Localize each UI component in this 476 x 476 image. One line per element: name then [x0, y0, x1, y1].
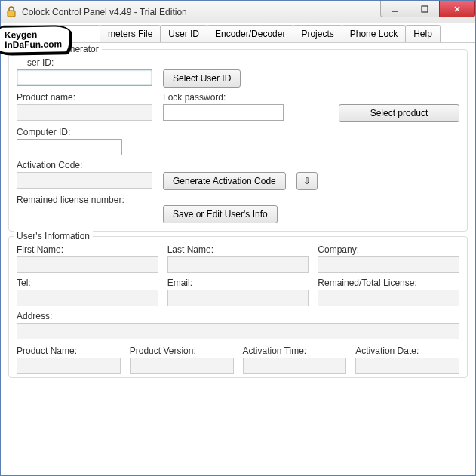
first-name-input [17, 256, 158, 273]
app-icon [5, 6, 17, 18]
tab-projects[interactable]: Projects [293, 25, 342, 42]
titlebar[interactable]: Colock Control Panel v4.49 - Trial Editi… [1, 1, 475, 23]
first-name-label: First Name: [17, 244, 158, 255]
save-edit-user-info-button[interactable]: Save or Edit User's Info [163, 205, 278, 223]
chevron-down-icon: ⇩ [303, 176, 311, 186]
email-input [167, 290, 309, 306]
maximize-button[interactable] [410, 1, 440, 17]
tab-phone-lock[interactable]: Phone Lock [342, 25, 406, 42]
activation-date-label: Activation Date: [355, 345, 459, 356]
product-version-label: Product Version: [130, 345, 234, 356]
product-name-label: Product name: [17, 92, 152, 103]
activation-time-input [243, 358, 347, 374]
client-area: A enerator ser ID: Select User ID Produc… [1, 43, 475, 475]
email-label: Email: [167, 278, 309, 288]
lock-password-input[interactable] [163, 104, 284, 121]
dropdown-arrow-button[interactable]: ⇩ [296, 172, 318, 190]
tab-user-id[interactable]: User ID [160, 25, 207, 42]
remained-license-label: Remained license number: [17, 195, 152, 205]
computer-id-input[interactable] [17, 139, 122, 155]
window-title: Colock Control Panel v4.49 - Trial Editi… [22, 7, 381, 17]
tabstrip: C meters File User ID Encoder/Decoder Pr… [1, 23, 475, 43]
company-label: Company: [318, 244, 459, 255]
watermark-overlay: Keygen InDaFun.com [0, 25, 71, 54]
activation-date-input [355, 358, 459, 374]
computer-id-label: Computer ID: [17, 127, 122, 137]
company-input [318, 256, 459, 273]
tab-parameters-file[interactable]: meters File [100, 25, 161, 42]
users-information-title: User's Information [14, 231, 93, 241]
remained-total-label: Remained/Total License: [318, 278, 459, 288]
minimize-button[interactable] [380, 1, 410, 17]
close-button[interactable] [439, 1, 475, 17]
address-input [17, 323, 459, 339]
tab-help[interactable]: Help [405, 25, 441, 42]
tel-label: Tel: [17, 278, 158, 288]
info-product-name-label: Product Name: [17, 345, 121, 356]
svg-rect-0 [8, 11, 15, 17]
select-user-id-button[interactable]: Select User ID [163, 69, 241, 88]
activation-code-input [17, 172, 152, 189]
tab-encoder-decoder[interactable]: Encoder/Decoder [207, 25, 293, 42]
user-id-label-partial: ser ID: [17, 57, 152, 68]
remained-total-input [318, 290, 459, 306]
address-label: Address: [17, 311, 459, 321]
svg-rect-2 [422, 6, 428, 12]
watermark-line2: InDaFun.com [5, 39, 62, 50]
window-controls [381, 1, 475, 23]
tel-input [17, 290, 158, 306]
product-version-input [130, 358, 234, 374]
users-information-group: User's Information First Name: Last Name… [8, 236, 468, 378]
lock-password-label: Lock password: [163, 92, 284, 103]
select-product-button[interactable]: Select product [339, 104, 459, 122]
product-name-input [17, 104, 152, 121]
activation-code-label: Activation Code: [17, 160, 152, 170]
last-name-label: Last Name: [167, 244, 309, 255]
app-window: Colock Control Panel v4.49 - Trial Editi… [0, 0, 476, 476]
last-name-input [167, 256, 309, 273]
info-product-name-input [17, 358, 121, 374]
user-id-input[interactable] [17, 69, 152, 86]
activation-code-generator-group: A enerator ser ID: Select User ID Produc… [8, 49, 468, 232]
activation-time-label: Activation Time: [243, 345, 347, 356]
generate-activation-code-button[interactable]: Generate Activation Code [163, 172, 286, 190]
